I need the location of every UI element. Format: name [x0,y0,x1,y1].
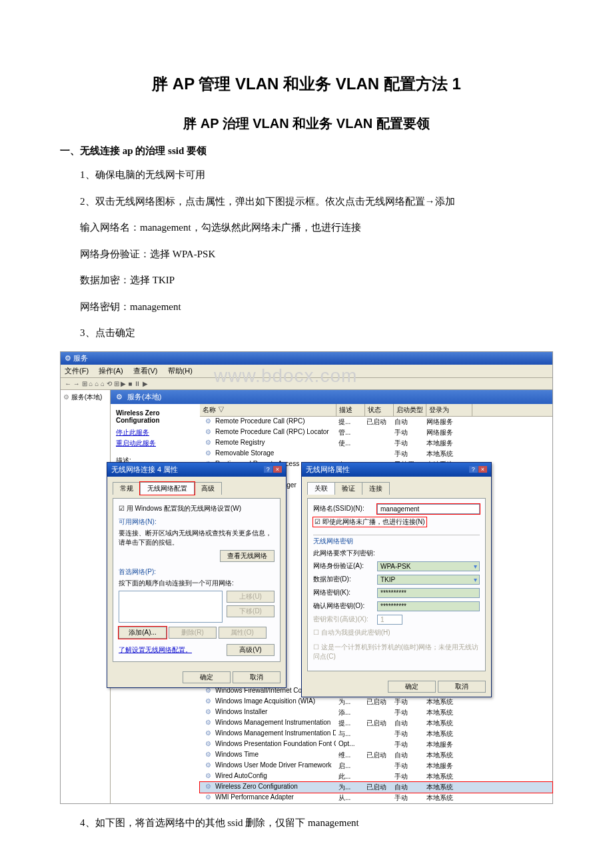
key-section-label: 无线网络密钥 [313,535,480,546]
cancel-button[interactable]: 取消 [438,681,486,693]
step-2e: 网络密钥：management [60,299,553,316]
key-confirm-input[interactable]: ********** [377,601,480,611]
gear-icon: ⚙ [203,438,214,447]
move-down-button[interactable]: 下移(D) [227,605,275,617]
col-status[interactable]: 状态 [365,404,394,416]
doc-subtitle: 胖 AP 治理 VLAN 和业务 VLAN 配置要领 [60,115,553,133]
step-2b: 输入网络名：management，勾选纵然此网络未广播，也进行连接 [60,219,553,237]
gear-icon: ⚙ [65,354,71,362]
cancel-button[interactable]: 取消 [233,671,281,683]
tab-general[interactable]: 常规 [113,482,141,495]
service-row[interactable]: ⚙Windows User Mode Driver Framework启...手… [200,761,552,771]
link-stop-service[interactable]: 停止此服务 [116,428,195,437]
ok-button[interactable]: 确定 [183,671,231,683]
service-row[interactable]: ⚙Windows Management Instrumentation提...已… [200,718,552,729]
service-row[interactable]: ⚙Removable Storage手动本地系统 [200,449,552,459]
chk-adhoc: ☐ 这是一个计算机到计算机的(临时)网络；未使用无线访问点(C) [313,643,480,661]
panel-title: 服务(本地) [127,393,161,401]
tab-advanced[interactable]: 高级 [194,482,222,495]
step-2: 2、双击无线网络图标，点击属性，弹出如下图提示框。依次点击无线网络配置→添加 [60,193,553,211]
close-icon[interactable]: × [478,466,487,473]
service-row[interactable]: ⚙Remote Procedure Call (RPC) Locator管...… [200,427,552,438]
window-title: 服务 [73,354,88,362]
gear-icon: ⚙ [203,782,214,791]
menu-file[interactable]: 文件(F) [65,367,89,375]
service-row[interactable]: ⚙Windows Presentation Foundation Font Ca… [200,739,552,750]
wireless-props-dialog: 无线网络连接 4 属性 ?× 常规 无线网络配置 高级 ☑ 用 Windows … [107,462,287,688]
menu-action[interactable]: 操作(A) [99,367,123,375]
service-row[interactable]: ⚙Windows Installer添...手动本地系统 [200,707,552,718]
help-icon[interactable]: ? [469,466,478,473]
preferred-listbox[interactable] [119,591,223,623]
tab-association[interactable]: 关联 [307,482,335,495]
key-label: 网络密钥(K): [313,588,377,597]
service-row[interactable]: ⚙Wired AutoConfig此...手动本地系统 [200,771,552,782]
tab-wireless-config[interactable]: 无线网络配置 [140,482,195,495]
step-3: 3、点击确定 [60,325,553,342]
help-icon[interactable]: ? [264,466,273,473]
step-2c: 网络身份验证：选择 WPA-PSK [60,246,553,263]
col-login[interactable]: 登录为 [426,404,472,416]
menu-help[interactable]: 帮助(H) [168,367,193,375]
auth-select[interactable]: WPA-PSK [377,561,480,571]
add-button[interactable]: 添加(A)... [119,627,167,639]
menu-view[interactable]: 查看(V) [133,367,158,375]
step-2d: 数据加密：选择 TKIP [60,272,553,289]
move-up-button[interactable]: 上移(U) [227,591,275,603]
link-restart-service[interactable]: 重启动此服务 [116,439,195,448]
advanced-button[interactable]: 高级(V) [227,644,275,656]
tab-connection[interactable]: 连接 [362,482,390,495]
gear-icon: ⚙ [116,393,123,401]
tree-root[interactable]: 服务(本地) [71,393,103,401]
encryption-select[interactable]: TKIP [377,575,480,585]
chk-use-windows[interactable]: ☑ 用 Windows 配置我的无线网络设置(W) [119,504,275,513]
col-name[interactable]: 名称 ▽ [200,404,336,416]
section-heading: 一、无线连接 ap 的治理 ssid 要领 [60,145,553,157]
wireless-network-props-dialog: 无线网络属性 ?× 关联 验证 连接 网络名(SSID)(N): manag [301,462,492,697]
avail-networks-label: 可用网络(N): [119,517,275,527]
service-row[interactable]: ⚙Windows Time维...已启动自动本地系统 [200,750,552,761]
view-networks-button[interactable]: 查看无线网络 [220,550,275,562]
step-4: 4、如下图，将首选网络中的其他 ssid 删除，仅留下 management [60,815,553,832]
dialog-title: 无线网络属性 [306,465,350,475]
gear-icon: ⚙ [203,427,214,436]
ssid-input[interactable]: management [377,504,480,514]
col-startup[interactable]: 启动类型 [394,404,426,416]
chk-connect-hidden[interactable]: ☑ 即使此网络未广播，也进行连接(N) [313,517,426,527]
gear-icon: ⚙ [203,417,214,425]
gear-icon: ⚙ [203,729,214,737]
service-row[interactable]: ⚙Remote Registry使...手动本地服务 [200,438,552,449]
column-headers: 名称 ▽ 描述 状态 启动类型 登录为 [200,404,552,417]
service-row[interactable]: ⚙WMI Performance Adapter从...手动本地系统 [200,793,552,803]
service-row[interactable]: ⚙Windows Image Acquisition (WIA)为...已启动手… [200,697,552,707]
learn-link[interactable]: 了解设置无线网络配置。 [119,645,192,655]
menubar: 文件(F) 操作(A) 查看(V) 帮助(H) [61,365,552,378]
close-icon[interactable]: × [273,466,282,473]
gear-icon: ⚙ [203,449,214,457]
gear-icon: ⚙ [203,707,214,716]
service-row[interactable]: ⚙Wireless Zero Configuration为...已启动自动本地系… [200,782,552,793]
service-row[interactable]: ⚙Windows Management Instrumentation Driv… [200,729,552,739]
window-titlebar: ⚙ 服务 [61,352,552,365]
key-confirm-label: 确认网络密钥(O): [313,601,377,611]
toolbar[interactable]: ← → ⊞ ⌂ ⌂ ⌂ ⟲ ⊞ ▶ ■ ⏸ ▶ [61,378,552,390]
ok-button[interactable]: 确定 [388,681,436,693]
gear-icon: ⚙ [203,718,214,727]
properties-button[interactable]: 属性(O) [219,627,267,639]
avail-networks-text: 要连接、断开区域内无线网络或查找有关更多信息，请单击下面的按钮。 [119,529,275,547]
doc-title: 胖 AP 管理 VLAN 和业务 VLAN 配置方法 1 [60,73,553,95]
encryption-label: 数据加密(D): [313,575,377,584]
panel-header: ⚙ 服务(本地) [111,390,552,404]
gear-icon: ⚙ [203,771,214,780]
tabs: 常规 无线网络配置 高级 [113,482,281,495]
key-input[interactable]: ********** [377,588,480,598]
gear-icon: ⚙ [203,739,214,748]
service-row[interactable]: ⚙Remote Procedure Call (RPC)提...已启动自动网络服… [200,417,552,427]
col-desc[interactable]: 描述 [336,404,365,416]
gear-icon: ⚙ [203,761,214,769]
gear-icon: ⚙ [203,697,214,705]
delete-button[interactable]: 删除(R) [169,627,217,639]
gear-icon: ⚙ [203,750,214,759]
ssid-label: 网络名(SSID)(N): [313,504,377,513]
tab-auth[interactable]: 验证 [334,482,362,495]
